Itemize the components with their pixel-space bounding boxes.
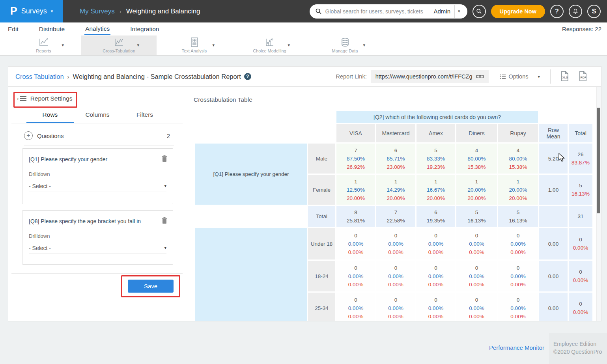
data-cell: 583.33%19.23% [416, 144, 455, 174]
row-total-cell: 00.00% [569, 261, 592, 291]
cell-row-pct: 0.00% [336, 280, 375, 289]
cell-count: 5 [456, 208, 497, 217]
column-header-visa: VISA [336, 124, 375, 142]
options-label: Options [508, 73, 528, 80]
search-icon [315, 8, 322, 15]
header-blank-cell [195, 111, 335, 123]
nav-edit[interactable]: Edit [7, 24, 19, 34]
surveys-product-switcher[interactable]: P Surveys ▾ [0, 0, 63, 22]
total-pct: 83.87% [570, 159, 591, 167]
cross-tabulation-icon [114, 37, 125, 48]
notifications-button[interactable] [569, 5, 582, 18]
data-cell: 00.00%0.00% [416, 261, 455, 291]
save-button[interactable]: Save [128, 280, 174, 293]
responses-count: Responses: 22 [562, 26, 601, 32]
data-cell: 825.81% [336, 206, 375, 227]
data-cell: 619.35% [416, 206, 455, 227]
cell-row-pct: 20.00% [456, 194, 497, 202]
cell-count: 6 [416, 208, 455, 217]
nav-analytics[interactable]: Analytics [84, 23, 110, 35]
options-button[interactable]: Options [500, 73, 528, 80]
drilldown-select-q1[interactable]: - Select - ▾ [29, 180, 166, 192]
crosstab-table: [Q2] which of the following credit cards… [194, 110, 594, 321]
tool-reports[interactable]: ▾ Reports [6, 35, 81, 55]
upgrade-now-button[interactable]: Upgrade Now [491, 5, 545, 18]
column-header-amex: Amex [416, 124, 455, 142]
cell-column-pct: 83.33% [416, 155, 455, 163]
report-title: Weighting and Balancing - Sample Crossta… [73, 73, 241, 80]
content-card: Cross Tabulation › Weighting and Balanci… [8, 66, 601, 321]
options-list-icon [500, 74, 506, 79]
cell-count: 4 [498, 146, 538, 155]
search-scope-admin[interactable]: Admin [430, 8, 454, 15]
cross-tabulation-link[interactable]: Cross Tabulation [15, 73, 64, 80]
global-search-input[interactable] [325, 8, 430, 15]
cell-column-pct: 20.00% [456, 186, 497, 194]
performance-monitor-link[interactable]: Performance Monitor [489, 344, 544, 351]
tool-manage-data[interactable]: ▾ Manage Data [307, 35, 383, 55]
xls-file-icon: XLS [559, 71, 570, 82]
cell-count: 7 [336, 146, 375, 155]
search-submit-button[interactable] [473, 5, 486, 18]
user-avatar[interactable]: S [587, 5, 601, 18]
column-question-header: [Q2] which of the following credit cards… [336, 111, 538, 123]
cell-row-pct: 15.38% [456, 163, 497, 171]
cell-count: 0 [416, 264, 455, 272]
nav-distribute[interactable]: Distribute [38, 24, 65, 34]
edition-box: Employee Edition ©2020 QuestionPro [549, 333, 607, 364]
tab-rows[interactable]: Rows [26, 111, 74, 123]
tool-text-analysis[interactable]: ▾ Text Analysis [157, 35, 232, 55]
row-mean-cell: 5.20 [539, 144, 568, 174]
data-cell: 00.00%0.00% [498, 293, 538, 321]
cell-column-pct: 25.81% [336, 217, 375, 225]
search-scope-caret-icon[interactable]: ▾ [455, 9, 463, 13]
data-cell: 00.00%0.00% [376, 261, 415, 291]
tool-choice-modelling[interactable]: ▾ Choice Modelling [232, 35, 307, 55]
cell-count: 0 [498, 264, 538, 272]
cell-row-pct: 26.92% [336, 163, 375, 171]
delete-question-button[interactable] [161, 217, 168, 226]
row-question-cell [195, 228, 307, 321]
delete-question-button[interactable] [161, 155, 168, 164]
tab-columns[interactable]: Columns [74, 111, 121, 123]
data-cell: 480.00%15.38% [456, 144, 497, 174]
questions-label: Questions [37, 133, 64, 139]
report-help-icon[interactable]: ? [244, 73, 251, 80]
cell-column-pct: 80.00% [456, 155, 497, 163]
nav-integration[interactable]: Integration [129, 24, 160, 34]
breadcrumb: My Surveys › Weighting and Balancing [80, 7, 200, 15]
cell-row-pct: 0.00% [416, 312, 455, 321]
cell-count: 1 [336, 177, 375, 186]
row-mean-cell: 1.00 [539, 175, 568, 205]
export-xls-button[interactable]: XLS [559, 71, 570, 82]
cell-row-pct: 0.00% [498, 248, 538, 256]
help-button[interactable]: ? [550, 5, 564, 18]
svg-text:XLS: XLS [562, 76, 568, 79]
row-label-cell: 18-24 [308, 261, 335, 291]
breadcrumb-my-surveys[interactable]: My Surveys [80, 7, 115, 15]
product-name: Surveys [21, 7, 47, 15]
collapse-panel-icon: ‹ [17, 95, 26, 102]
options-caret-icon[interactable]: ▾ [538, 75, 540, 79]
report-settings-toggle[interactable]: ‹ Report Settings [17, 95, 73, 102]
total-header: Total [569, 124, 592, 142]
export-pdf-button[interactable]: PDF [577, 71, 588, 82]
add-question-button[interactable]: + [24, 131, 33, 140]
reports-icon [38, 37, 49, 48]
analytics-toolbar: ▾ Reports ▾ Cross-Tabulation ▾ Text Anal… [0, 35, 607, 56]
row-label-cell: Male [308, 144, 335, 174]
tool-label: Choice Modelling [253, 49, 286, 53]
tab-filters[interactable]: Filters [121, 111, 168, 123]
top-bar: P Surveys ▾ My Surveys › Weighting and B… [0, 0, 607, 22]
data-cell: 516.13% [456, 206, 497, 227]
total-count: 5 [570, 181, 591, 190]
report-settings-label: Report Settings [30, 95, 73, 102]
vertical-scrollbar-thumb[interactable] [597, 108, 600, 213]
tool-cross-tabulation[interactable]: ▾ Cross-Tabulation [81, 35, 157, 55]
data-cell: 00.00%0.00% [336, 261, 375, 291]
drilldown-label: Drilldown [22, 162, 173, 177]
report-url-box[interactable]: https://www.questionpro.com/t/lFFCZg [371, 70, 489, 83]
data-cell: 00.00%0.00% [376, 293, 415, 321]
cell-count: 0 [336, 296, 375, 304]
drilldown-select-q8[interactable]: - Select - ▾ [29, 242, 166, 254]
